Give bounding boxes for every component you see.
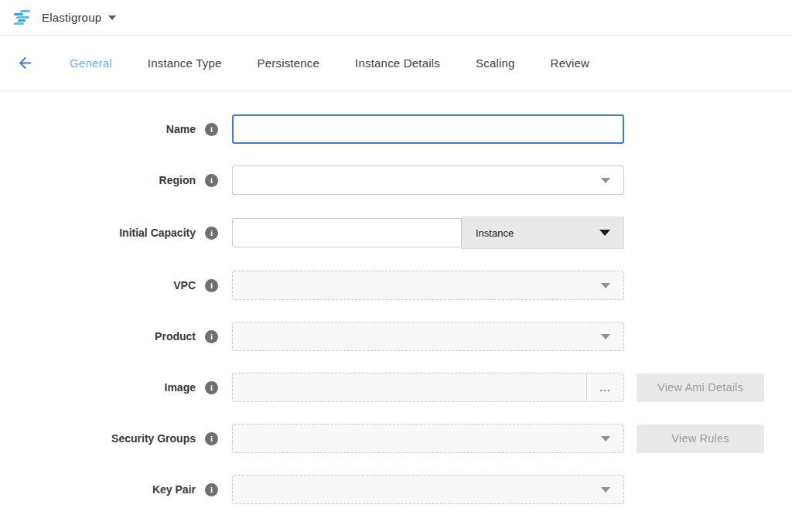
vpc-label: VPC [173,279,196,292]
info-icon[interactable] [205,279,218,292]
vpc-select[interactable] [232,271,624,300]
image-input[interactable]: ... [232,373,624,402]
general-form: Name Region Initial Capacity Instance [0,91,792,504]
tab-instance-details[interactable]: Instance Details [353,53,442,73]
image-label: Image [165,381,196,394]
initial-capacity-label: Initial Capacity [119,227,196,239]
chevron-down-icon [601,283,610,288]
key-pair-label: Key Pair [152,483,196,496]
capacity-unit-select[interactable]: Instance [462,217,624,249]
field-row-name: Name [0,114,792,144]
key-pair-select[interactable] [232,475,624,504]
back-arrow-icon [16,54,34,72]
info-icon[interactable] [205,330,218,343]
chevron-down-icon [601,178,610,183]
chevron-down-icon [599,230,610,236]
name-input[interactable] [232,114,624,144]
name-label: Name [166,123,196,135]
info-icon[interactable] [205,123,218,136]
field-row-key-pair: Key Pair [0,475,792,504]
security-groups-label: Security Groups [111,432,196,445]
chevron-down-icon [108,15,116,20]
capacity-unit-value: Instance [476,227,514,239]
app-switcher[interactable]: Elastigroup [12,9,116,26]
initial-capacity-input[interactable] [232,218,462,247]
field-row-security-groups: Security Groups View Rules [0,424,792,453]
tab-persistence[interactable]: Persistence [256,53,322,73]
image-browse-button[interactable]: ... [586,373,623,401]
top-bar: Elastigroup [0,0,792,36]
tab-review[interactable]: Review [549,53,591,73]
chevron-down-icon [601,334,610,339]
region-select[interactable] [232,165,624,195]
field-row-image: Image ... View Ami Details [0,373,792,402]
field-row-product: Product [0,322,792,351]
info-icon[interactable] [205,381,218,394]
field-row-vpc: VPC [0,271,792,300]
tab-instance-type[interactable]: Instance Type [146,53,224,73]
view-rules-button[interactable]: View Rules [637,425,764,453]
product-label: Product [155,330,196,343]
info-icon[interactable] [205,432,218,445]
field-row-region: Region [0,165,792,195]
tab-general[interactable]: General [68,53,114,73]
tab-scaling[interactable]: Scaling [474,53,517,73]
field-row-initial-capacity: Initial Capacity Instance [0,217,792,249]
region-label: Region [159,174,196,186]
info-icon[interactable] [205,227,218,240]
info-icon[interactable] [205,483,218,496]
wizard-tab-bar: General Instance Type Persistence Instan… [0,36,792,91]
view-ami-details-button[interactable]: View Ami Details [637,373,764,402]
tabs: General Instance Type Persistence Instan… [68,53,591,73]
chevron-down-icon [601,436,610,442]
chevron-down-icon [601,487,610,493]
product-select[interactable] [232,322,624,351]
elastigroup-logo-icon [10,9,35,26]
info-icon[interactable] [205,174,218,187]
back-button[interactable] [14,53,36,74]
app-title: Elastigroup [42,11,101,24]
security-groups-select[interactable] [232,424,624,453]
